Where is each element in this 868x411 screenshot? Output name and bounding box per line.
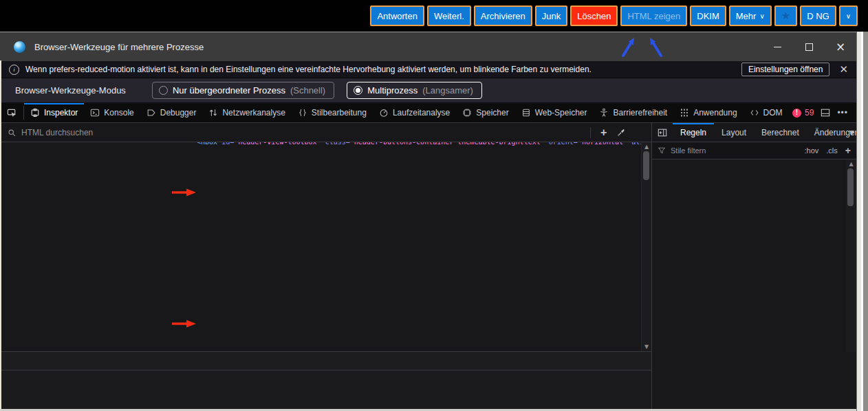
tab-web-speicher[interactable]: Web-Speicher bbox=[515, 103, 594, 122]
anwendung-icon bbox=[680, 108, 689, 118]
devtools-window: Browser-Werkzeuge für mehrere Prozesse ×… bbox=[0, 32, 856, 409]
add-node-button[interactable]: + bbox=[600, 127, 607, 138]
mail-button-archivieren[interactable]: Archivieren bbox=[474, 5, 532, 26]
style-filter-input[interactable]: Stile filtern :hov .cls + bbox=[652, 142, 856, 159]
tab-stilbearbeitung[interactable]: Stilbearbeitung bbox=[292, 103, 373, 122]
markup-scrollbar[interactable]: ▲ ▼ bbox=[641, 142, 651, 351]
error-icon: ! bbox=[792, 109, 801, 118]
radio-icon bbox=[354, 86, 362, 95]
eyedropper-icon[interactable] bbox=[616, 128, 626, 137]
add-rule-button[interactable]: + bbox=[845, 146, 851, 155]
radio-icon bbox=[159, 86, 168, 95]
window-right-edge bbox=[856, 32, 868, 411]
konsole-icon bbox=[90, 108, 100, 118]
sidebar-tab-layout[interactable]: Layout bbox=[714, 123, 754, 142]
tab-dom[interactable]: DOM bbox=[744, 103, 789, 122]
barrierefreiheit-icon bbox=[599, 108, 609, 118]
mail-button-dkim[interactable]: DKIM bbox=[690, 5, 726, 26]
close-button[interactable]: × bbox=[825, 32, 856, 61]
window-titlebar[interactable]: Browser-Werkzeuge für mehrere Prozesse × bbox=[0, 32, 856, 61]
markup-view: <hbox id="header-view-toolbox" class="he… bbox=[0, 142, 641, 351]
annotation-arrow-red-2 bbox=[171, 320, 197, 328]
annotation-arrow-red-1 bbox=[171, 188, 197, 197]
dom-icon bbox=[750, 108, 759, 118]
toolbox-mode-row: Browser-Werkzeuge-Modus Nur übergeordnet… bbox=[0, 78, 856, 103]
laufzeitanalyse-icon bbox=[379, 108, 389, 118]
search-icon bbox=[8, 129, 16, 137]
speicher-icon bbox=[462, 108, 472, 118]
mail-button-junk[interactable]: Junk bbox=[535, 5, 567, 26]
account-dropdown-button[interactable]: ∨ bbox=[839, 5, 858, 26]
split-console-icon[interactable] bbox=[821, 108, 830, 118]
panel-footer-space bbox=[0, 370, 651, 409]
breadcrumb bbox=[0, 351, 651, 370]
chevron-down-icon: ∨ bbox=[759, 12, 764, 20]
error-count-badge[interactable]: ! 59 bbox=[792, 108, 814, 118]
stilbearbeitung-icon bbox=[298, 108, 307, 118]
netzwerkanalyse-icon bbox=[208, 108, 218, 118]
maximize-button[interactable] bbox=[793, 32, 825, 61]
web-speicher-icon bbox=[521, 108, 531, 118]
tools-row: HTML durchsuchen + bbox=[0, 123, 856, 142]
tab-speicher[interactable]: Speicher bbox=[456, 103, 514, 122]
mail-button-weiterl-[interactable]: Weiterl. bbox=[427, 5, 471, 26]
window-title: Browser-Werkzeuge für mehrere Prozesse bbox=[34, 42, 204, 52]
mail-button-mehr[interactable]: Mehr∨ bbox=[729, 5, 772, 26]
notification-close-icon[interactable]: ✕ bbox=[839, 63, 848, 76]
sidebar-tab-regeln[interactable]: Regeln bbox=[673, 123, 714, 142]
window-left-edge bbox=[0, 60, 1, 409]
app-icon bbox=[14, 41, 25, 53]
tab-anwendung[interactable]: Anwendung bbox=[673, 103, 743, 122]
mode-option-multiprocess[interactable]: Multiprozess (Langsamer) bbox=[347, 82, 482, 99]
mail-button-html-zeigen[interactable]: HTML zeigen bbox=[620, 5, 687, 26]
notification-bar: i Wenn prefers-reduced-motion aktiviert … bbox=[0, 61, 856, 78]
mail-header-toolbar: AntwortenWeiterl.ArchivierenJunkLöschenH… bbox=[0, 0, 868, 32]
info-icon: i bbox=[9, 65, 19, 75]
debugger-icon bbox=[147, 108, 156, 118]
toolbox-tabbar: InspektorKonsoleDebuggerNetzwerkanalyseS… bbox=[0, 103, 856, 123]
class-toggle[interactable]: .cls bbox=[826, 146, 838, 155]
mail-button-antworten[interactable]: Antworten bbox=[370, 5, 424, 26]
inspektor-icon bbox=[30, 108, 40, 118]
sidebar-tabs-overflow-icon[interactable]: ▼ bbox=[849, 129, 854, 136]
markup-node[interactable]: <hbox id="header-view-toolbox" class="he… bbox=[0, 142, 641, 148]
minimize-button[interactable] bbox=[761, 32, 793, 61]
notification-message: Wenn prefers-reduced-motion aktiviert is… bbox=[25, 65, 592, 74]
tab-laufzeitanalyse[interactable]: Laufzeitanalyse bbox=[373, 103, 456, 122]
filter-icon bbox=[658, 146, 666, 155]
mode-option-parent-process[interactable]: Nur übergeordneter Prozess (Schnell) bbox=[152, 82, 334, 99]
rules-scrollbar[interactable]: ▲ bbox=[846, 159, 856, 352]
element-picker-button[interactable] bbox=[0, 103, 23, 122]
annotation-arrows-blue bbox=[612, 35, 674, 60]
screen: AntwortenWeiterl.ArchivierenJunkLöschenH… bbox=[0, 0, 868, 411]
mail-button-d-ng[interactable]: D NG bbox=[800, 5, 836, 26]
pseudo-class-toggle[interactable]: :hov bbox=[805, 146, 819, 155]
sidebar-tab-berechnet[interactable]: Berechnet bbox=[754, 123, 807, 142]
tab-debugger[interactable]: Debugger bbox=[140, 103, 203, 122]
rules-sidebar: Stile filtern :hov .cls + bbox=[652, 142, 856, 410]
html-search-input[interactable]: HTML durchsuchen bbox=[0, 123, 651, 142]
three-pane-toggle-icon[interactable] bbox=[652, 123, 673, 142]
tab-inspektor[interactable]: Inspektor bbox=[24, 103, 84, 122]
chevron-down-icon: ∨ bbox=[846, 12, 851, 20]
tab-konsole[interactable]: Konsole bbox=[84, 103, 140, 122]
mode-label: Browser-Werkzeuge-Modus bbox=[15, 85, 126, 96]
star-button[interactable]: ★ bbox=[774, 5, 797, 26]
toolbox-menu-icon[interactable]: ••• bbox=[837, 108, 848, 118]
star-icon: ★ bbox=[781, 11, 790, 21]
tab-netzwerkanalyse[interactable]: Netzwerkanalyse bbox=[202, 103, 291, 122]
open-settings-button[interactable]: Einstellungen öffnen bbox=[741, 63, 830, 76]
tab-barrierefreiheit[interactable]: Barrierefreiheit bbox=[593, 103, 673, 122]
mail-button-löschen[interactable]: Löschen bbox=[570, 5, 618, 26]
